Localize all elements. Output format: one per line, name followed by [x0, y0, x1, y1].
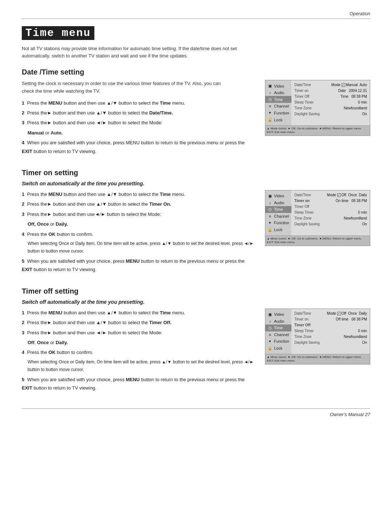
ton-step-2: 2 Press the► button and then use ▲/▼ but…	[22, 200, 256, 208]
sidebar-lock-3[interactable]: 🔒 Lock	[265, 345, 291, 352]
section-subheading-timer-on: Switch on automatically at the time you …	[22, 181, 370, 186]
ton-step-1: 1 Press the MENU button and then use ▲/▼…	[22, 190, 256, 198]
sidebar-audio-3[interactable]: ♪ Audio	[265, 318, 291, 325]
sidebar-video-2[interactable]: ▣ Video	[265, 193, 291, 200]
ton-note: When selecting Once or Daily item, On ti…	[28, 240, 256, 255]
channel-icon-1: ≡	[268, 104, 273, 108]
video-icon-1: ▣	[268, 84, 273, 88]
toff-content-row-sleep: Sleep Timer 0 min	[294, 329, 367, 334]
sidebar-video-3[interactable]: ▣ Video	[265, 311, 291, 318]
ton-step-3: 3 Press the► button and then use◄/► butt…	[22, 210, 256, 218]
tv-menu-timer-off: ▣ Video ♪ Audio ◷ Time ≡	[265, 309, 370, 364]
toff-content-row-timeron: Timer on Off time 08 38 PM	[294, 317, 367, 322]
tv-menu-timer-on: ▣ Video ♪ Audio ◷ Time ≡	[265, 190, 370, 246]
channel-icon-3: ≡	[268, 332, 273, 337]
function-icon-1: ✦	[268, 110, 273, 115]
sidebar-audio-2[interactable]: ♪ Audio	[265, 200, 291, 206]
timer-off-steps: 1 Press the MENU button and then use ▲/▼…	[22, 309, 256, 392]
section-heading-timer-on: Timer on setting	[22, 169, 370, 177]
date-time-body: Setting the clock is necessary in order …	[22, 80, 232, 95]
tv-hint-2: ▲ Move cursor. ► OK: Go to submenu; ◄ ME…	[265, 235, 370, 246]
sidebar-function-3[interactable]: ✦ Function	[265, 338, 291, 345]
tv-sidebar-timer-on: ▣ Video ♪ Audio ◷ Time ≡	[265, 190, 291, 235]
ton-content-row-timezone: Time Zone Newfoundland	[294, 216, 367, 221]
content-row-daylight: Daylight Saving On	[294, 112, 367, 117]
tv-menu-date-time: ▣ Video ♪ Audio ◷ Time ≡	[265, 80, 370, 136]
content-row-datetime: Date/Time Mode Manual Auto	[294, 82, 367, 88]
toff-note: When selecting Once or Daily item, On ti…	[28, 358, 256, 374]
section-text-date-time: Setting the clock is necessary in order …	[22, 80, 265, 157]
step-1: 1 Press the MENU button and then use ▲/▼…	[22, 99, 256, 107]
sidebar-channel-3[interactable]: ≡ Channel	[265, 331, 291, 338]
step-4: 4 When you are satisfied with your choic…	[22, 138, 256, 156]
toff-content-row-timezone: Time Zone Newfoundland	[294, 334, 367, 339]
sidebar-time-1[interactable]: ◷ Time	[265, 96, 291, 103]
step-3-bold: Manual or Auto.	[22, 129, 256, 137]
ton-step-3-bold: Off, Once or Daily.	[22, 220, 256, 228]
section-block-timer-on: 1 Press the MENU button and then use ▲/▼…	[22, 190, 370, 275]
sidebar-channel-1[interactable]: ≡ Channel	[265, 103, 291, 109]
ton-content-row-datetime: Date/Time Mode Off Once Daily	[294, 193, 367, 198]
lock-icon-2: 🔒	[268, 227, 273, 232]
footer: Owner's Manual 27	[22, 408, 370, 417]
sidebar-time-3[interactable]: ◷ Time	[265, 325, 291, 331]
content-row-timezone: Time Zone Newfoundland	[294, 106, 367, 111]
tv-sidebar-timer-off: ▣ Video ♪ Audio ◷ Time ≡	[265, 309, 291, 354]
sidebar-channel-2[interactable]: ≡ Channel	[265, 213, 291, 219]
toff-step-2: 2 Press the► button and then use ▲/▼ but…	[22, 318, 256, 327]
sidebar-video-1[interactable]: ▣ Video	[265, 82, 291, 89]
function-icon-3: ✦	[268, 339, 273, 344]
channel-icon-2: ≡	[268, 214, 273, 218]
time-icon-2: ◷	[268, 207, 273, 212]
tv-content-timer-on: Date/Time Mode Off Once Daily Timer on O…	[291, 190, 370, 235]
ton-step-5: 5 When you are satisfied with your choic…	[22, 257, 256, 274]
toff-step-5: 5 When you are satisfied with your choic…	[22, 375, 256, 392]
section-block-timer-off: 1 Press the MENU button and then use ▲/▼…	[22, 309, 370, 394]
sidebar-audio-1[interactable]: ♪ Audio	[265, 89, 291, 96]
ton-content-row-timeroff: Timer Off	[294, 204, 367, 209]
content-row-timeroff: Timer Off Time 08 38 PM	[294, 94, 367, 99]
toff-content-row-timeroff: Timer Off	[294, 323, 367, 328]
ton-content-row-sleep: Sleep Timer 0 min	[294, 210, 367, 215]
content-row-timeron: Timer on Date 2004.12.31	[294, 88, 367, 93]
tv-content-timer-off: Date/Time Mode Off Once Daily Timer on O…	[291, 309, 370, 354]
sidebar-function-2[interactable]: ✦ Function	[265, 219, 291, 226]
sidebar-function-1[interactable]: ✦ Function	[265, 109, 291, 116]
sidebar-time-2[interactable]: ◷ Time	[265, 206, 291, 213]
time-icon-1: ◷	[268, 97, 273, 102]
section-date-time: Date /Time setting Setting the clock is …	[22, 68, 370, 157]
tv-sidebar-date-time: ▣ Video ♪ Audio ◷ Time ≡	[265, 80, 291, 125]
operation-label: Operation	[350, 11, 370, 16]
sidebar-lock-1[interactable]: 🔒 Lock	[265, 116, 291, 123]
ton-content-row-daylight: Daylight Saving On	[294, 222, 367, 227]
step-3: 3 Press the► button and then use ◄/► but…	[22, 118, 256, 127]
toff-step-1: 1 Press the MENU button and then use ▲/▼…	[22, 309, 256, 317]
footer-text: Owner's Manual 27	[330, 412, 370, 417]
toff-content-row-datetime: Date/Time Mode Off Once Daily	[294, 311, 367, 316]
tv-hint-1: ▲ Move cursor. ► OK: Go to submenu; ◄ ME…	[265, 125, 370, 136]
step-2: 2 Press the► button and then use ▲/▼ but…	[22, 109, 256, 117]
intro-text: Not all TV stations may provide time inf…	[22, 45, 247, 59]
video-icon-2: ▣	[268, 194, 273, 198]
section-heading-timer-off: Timer off setting	[22, 287, 370, 295]
time-icon-3: ◷	[268, 326, 273, 330]
timer-on-steps: 1 Press the MENU button and then use ▲/▼…	[22, 190, 256, 274]
toff-step-3-bold: Off, Once or Daily.	[22, 338, 256, 347]
page-title: Time menu	[22, 26, 94, 40]
ton-content-row-timeron: Timer on On time 08 38 PM	[294, 198, 367, 203]
date-time-steps: 1 Press the MENU button and then use ▲/▼…	[22, 99, 256, 156]
audio-icon-1: ♪	[268, 90, 273, 95]
section-timer-on: Timer on setting Switch on automatically…	[22, 169, 370, 275]
section-timer-off: Timer off setting Switch off automatical…	[22, 287, 370, 394]
lock-icon-3: 🔒	[268, 346, 273, 351]
tv-hint-3: ▲ Move cursor. ► OK: Go to submenu; ◄ ME…	[265, 354, 370, 364]
audio-icon-3: ♪	[268, 319, 273, 323]
content-row-sleep: Sleep Timer 0 min	[294, 100, 367, 105]
sidebar-lock-2[interactable]: 🔒 Lock	[265, 226, 291, 233]
toff-step-3: 3 Press the► button and then use ◄/► but…	[22, 329, 256, 337]
toff-content-row-daylight: Daylight Saving On	[294, 340, 367, 345]
header-operation: Operation	[22, 11, 370, 19]
video-icon-3: ▣	[268, 312, 273, 317]
function-icon-2: ✦	[268, 221, 273, 225]
section-heading-date-time: Date /Time setting	[22, 68, 370, 76]
